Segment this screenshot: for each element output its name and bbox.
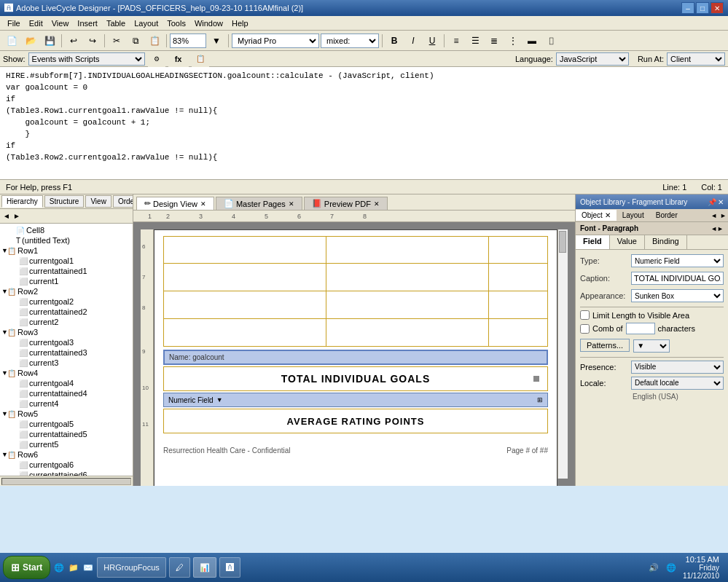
tree-item-currentgoal5[interactable]: ⬜ currentgoal5 <box>1 419 131 429</box>
menu-tools[interactable]: Tools <box>163 17 190 29</box>
cut-button[interactable]: ✂ <box>108 33 125 49</box>
rp-tab-border[interactable]: Border <box>650 210 684 221</box>
close-button[interactable]: ✕ <box>711 2 724 14</box>
tree-item-currentgoal6[interactable]: ⬜ currentgoal6 <box>1 460 131 470</box>
comb-checkbox[interactable] <box>580 324 590 334</box>
numeric-field-bar[interactable]: Numeric Field ▼ ⊞ <box>163 393 548 407</box>
tab-preview-pdf[interactable]: 📕 Preview PDF ✕ <box>304 197 388 210</box>
fp-collapse-icon[interactable]: ◄ <box>711 225 717 232</box>
tree-item-cell8[interactable]: 📄 Cell8 <box>1 225 131 235</box>
numeric-field-expand-icon[interactable]: ⊞ <box>537 396 543 404</box>
tab-hierarchy[interactable]: Hierarchy <box>1 195 43 208</box>
justify-button[interactable]: ⋮ <box>504 33 522 49</box>
tree-item-row4[interactable]: ▼ 📋 Row4 <box>1 368 131 378</box>
code-editor[interactable]: HIRE.#subform[7].INDIVIDUALGOALHEADINGSE… <box>0 67 728 180</box>
menu-help[interactable]: Help <box>227 17 253 29</box>
italic-button[interactable]: I <box>404 33 422 49</box>
menu-window[interactable]: Window <box>190 17 227 29</box>
align-left-button[interactable]: ≡ <box>447 33 465 49</box>
prop-tab-value[interactable]: Value <box>610 235 645 249</box>
prop-tab-binding[interactable]: Binding <box>645 235 687 249</box>
new-button[interactable]: 📄 <box>3 33 20 49</box>
tree-item-currentgoal2[interactable]: ⬜ currentgoal2 <box>1 296 131 307</box>
design-canvas-wrapper[interactable]: 6 7 8 9 10 11 <box>133 222 575 486</box>
fx-button[interactable]: fx <box>168 51 189 67</box>
tree-item-current2[interactable]: ⬜ current2 <box>1 317 131 327</box>
tree-item-currentgoal3[interactable]: ⬜ currentgoal3 <box>1 337 131 347</box>
limit-length-checkbox[interactable] <box>580 310 590 320</box>
zoom-input[interactable] <box>170 34 206 48</box>
tree-item-row3[interactable]: ▼ 📋 Row3 <box>1 327 131 337</box>
tree-item-currentgoal4[interactable]: ⬜ currentgoal4 <box>1 378 131 388</box>
collapse-all-icon[interactable]: ► <box>12 212 22 220</box>
font-style-select[interactable]: mixed: <box>321 34 379 48</box>
open-button[interactable]: 📂 <box>22 33 39 49</box>
type-select[interactable]: Numeric Field <box>631 254 724 267</box>
script-icon-btn[interactable]: ⚙ <box>148 51 165 67</box>
locale-select[interactable]: Default locale <box>631 377 724 390</box>
tab-master-pages[interactable]: 📄 Master Pages ✕ <box>216 197 302 210</box>
show-select[interactable]: Events with Scripts <box>28 52 145 66</box>
font-select[interactable]: Myriad Pro <box>232 34 319 48</box>
patterns-button[interactable]: Patterns... <box>580 339 630 352</box>
canvas-vscroll-thumb[interactable] <box>559 231 566 253</box>
tab-order[interactable]: Order <box>113 195 133 208</box>
tree-item-current1[interactable]: ⬜ current1 <box>1 276 131 286</box>
tab-design-view[interactable]: ✏ Design View ✕ <box>136 197 214 210</box>
align-right-button[interactable]: ≣ <box>485 33 503 49</box>
patterns-dropdown[interactable]: ▼ <box>633 339 670 353</box>
tree-item-currentattained5[interactable]: ⬜ currentattained5 <box>1 429 131 439</box>
tree-item-current3[interactable]: ⬜ current3 <box>1 358 131 368</box>
align-center-button[interactable]: ☰ <box>466 33 484 49</box>
spacing-button[interactable]: ⌷ <box>542 33 560 49</box>
save-button[interactable]: 💾 <box>41 33 58 49</box>
preview-pdf-close-icon[interactable]: ✕ <box>374 200 380 208</box>
menu-view[interactable]: View <box>47 17 74 29</box>
tree-item-currentattained3[interactable]: ⬜ currentattained3 <box>1 347 131 358</box>
tree-item-currentattained1[interactable]: ⬜ currentattained1 <box>1 266 131 276</box>
minimize-button[interactable]: – <box>681 2 694 14</box>
prop-tab-field[interactable]: Field <box>576 235 610 249</box>
tab-view[interactable]: View <box>85 195 111 208</box>
fp-expand-icon[interactable]: ► <box>717 225 724 232</box>
show-all-button[interactable]: 📋 <box>192 51 209 67</box>
bold-button[interactable]: B <box>385 33 403 49</box>
menu-edit[interactable]: Edit <box>25 17 47 29</box>
tree-item-current4[interactable]: ⬜ current4 <box>1 398 131 409</box>
tab-structure[interactable]: Structure <box>44 195 85 208</box>
comb-input[interactable] <box>626 323 655 334</box>
rp-tab-layout[interactable]: Layout <box>617 210 650 221</box>
left-panel-hscroll[interactable] <box>0 476 133 486</box>
underline-button[interactable]: U <box>423 33 441 49</box>
rp-close-icon[interactable]: ✕ <box>718 198 724 206</box>
presence-select[interactable]: Visible <box>631 361 724 374</box>
appearance-select[interactable]: Sunken Box <box>631 289 724 302</box>
tree-item-row6[interactable]: ▼ 📋 Row6 <box>1 449 131 460</box>
caption-input[interactable] <box>631 272 724 285</box>
design-view-close-icon[interactable]: ✕ <box>200 200 206 208</box>
menu-table[interactable]: Table <box>102 17 130 29</box>
rp-collapse-icon[interactable]: ◄ <box>709 211 719 221</box>
hierarchy-tree[interactable]: 📄 Cell8 T (untitled Text) ▼ 📋 Row1 ⬜ cur… <box>0 224 133 476</box>
tree-item-row1[interactable]: ▼ 📋 Row1 <box>1 245 131 256</box>
goalcount-name-label[interactable]: Name: goalcount <box>163 350 548 365</box>
copy-button[interactable]: ⧉ <box>127 33 144 49</box>
expand-all-icon[interactable]: ◄ <box>1 212 12 220</box>
tree-item-currentattained4[interactable]: ⬜ currentattained4 <box>1 388 131 398</box>
runat-select[interactable]: Client <box>667 52 725 66</box>
tree-item-untitled-text[interactable]: T (untitled Text) <box>1 235 131 245</box>
tree-item-currentattained2[interactable]: ⬜ currentattained2 <box>1 307 131 317</box>
menu-layout[interactable]: Layout <box>130 17 163 29</box>
rp-pin-icon[interactable]: 📌 <box>708 198 716 206</box>
tree-item-currentgoal1[interactable]: ⬜ currentgoal1 <box>1 256 131 266</box>
more-align-button[interactable]: ▬ <box>523 33 541 49</box>
language-select[interactable]: JavaScript <box>556 52 629 66</box>
tree-item-row5[interactable]: ▼ 📋 Row5 <box>1 409 131 419</box>
canvas-vscroll[interactable] <box>557 229 568 479</box>
master-pages-close-icon[interactable]: ✕ <box>289 200 294 208</box>
tree-item-currentattained6[interactable]: ⬜ currentattained6 <box>1 470 131 476</box>
paste-button[interactable]: 📋 <box>146 33 163 49</box>
zoom-dropdown-btn[interactable]: ▼ <box>208 33 225 49</box>
rp-expand-icon[interactable]: ► <box>719 211 728 221</box>
tree-item-current5[interactable]: ⬜ current5 <box>1 439 131 449</box>
